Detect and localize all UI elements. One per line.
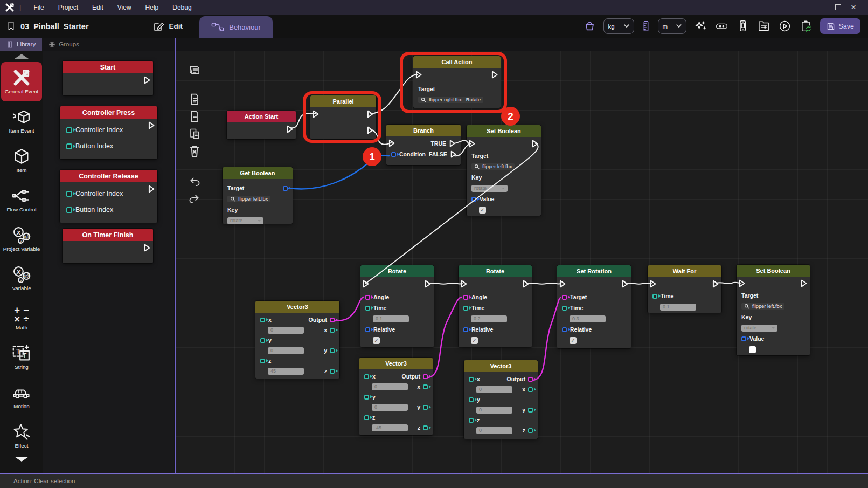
target-search-field[interactable]: flipper left.fbx xyxy=(227,196,270,202)
value-field[interactable]: 0 xyxy=(268,327,304,334)
port-magenta[interactable] xyxy=(562,295,567,300)
node-start[interactable]: Start xyxy=(63,61,153,95)
sidebar-item-general-event[interactable]: General Event xyxy=(1,62,42,101)
checkbox[interactable]: ✓ xyxy=(570,337,577,344)
exec-out-arrow[interactable] xyxy=(143,76,151,84)
port-teal[interactable] xyxy=(66,127,72,133)
exec-in-arrow[interactable] xyxy=(415,71,422,79)
sidebar-item-string[interactable]: TTString xyxy=(1,338,42,377)
node-set-boolean[interactable]: Set BooleanTargetflipper left.fbxKeyrota… xyxy=(467,125,541,216)
node-branch[interactable]: BranchTRUEConditionFALSE xyxy=(386,125,461,165)
port-teal[interactable] xyxy=(364,395,369,400)
port-blue[interactable] xyxy=(365,327,370,332)
port-magenta[interactable] xyxy=(528,377,533,382)
port-teal[interactable] xyxy=(260,338,265,343)
value-field[interactable]: 0 xyxy=(372,383,408,390)
scroll-up-icon[interactable] xyxy=(15,54,29,59)
docplus-icon[interactable] xyxy=(188,93,201,106)
port-blue[interactable] xyxy=(391,152,396,157)
port-teal[interactable] xyxy=(423,425,428,430)
redo-icon[interactable] xyxy=(188,193,201,205)
value-field[interactable]: 0.1 xyxy=(373,315,409,322)
value-field[interactable]: -45 xyxy=(372,424,408,431)
port-teal[interactable] xyxy=(365,306,370,311)
exec-in-arrow[interactable] xyxy=(468,140,476,148)
exec-out-arrow[interactable] xyxy=(148,185,155,193)
exec-in-arrow[interactable] xyxy=(649,280,657,288)
node-set-rotation[interactable]: Set RotationTargetTime0.3Relative✓ xyxy=(557,265,631,348)
port-teal[interactable] xyxy=(364,374,369,379)
length-unit-select[interactable]: m xyxy=(658,18,686,34)
target-search-field[interactable]: flipper left.fbx xyxy=(471,163,515,170)
sidebar-item-item-event[interactable]: Item Event xyxy=(1,101,42,141)
node-get-boolean[interactable]: Get BooleanTargetflipper left.fbxKeyrota… xyxy=(223,167,293,224)
sidebar-item-math[interactable]: +−×÷Math xyxy=(1,298,42,338)
maximize-button[interactable] xyxy=(835,4,841,10)
node-vector3[interactable]: Vector3xOutput0xy0yz0z xyxy=(464,360,538,439)
value-field[interactable]: 0 xyxy=(372,404,408,411)
target-search-field[interactable]: flipper left.fbx xyxy=(741,303,784,310)
port-teal[interactable] xyxy=(463,306,468,311)
node-rotate[interactable]: RotateAngleTime0.1Relative✓ xyxy=(360,265,434,347)
port-teal[interactable] xyxy=(330,328,335,333)
checkbox[interactable] xyxy=(749,346,756,353)
exec-out-arrow[interactable] xyxy=(800,279,808,287)
filetree-icon[interactable] xyxy=(758,20,770,32)
port-teal[interactable] xyxy=(469,377,474,382)
exec-in-arrow[interactable] xyxy=(362,280,370,288)
sidebar-item-motion[interactable]: Motion xyxy=(1,377,42,416)
port-magenta[interactable] xyxy=(423,374,428,379)
checkbox[interactable]: ✓ xyxy=(373,337,380,344)
key-dropdown[interactable]: rotate xyxy=(471,185,508,192)
exec-out-arrow[interactable] xyxy=(491,71,498,79)
port-teal[interactable] xyxy=(469,397,474,402)
target-search-field[interactable]: flipper right.fbx : Rotate xyxy=(418,97,483,103)
sidebar-item-variable[interactable]: x@yVariable xyxy=(1,259,42,298)
edit-button[interactable]: Edit xyxy=(152,20,183,32)
node-wait-for[interactable]: Wait ForTime0.1 xyxy=(648,265,721,313)
tab-library[interactable]: Library xyxy=(0,38,42,51)
exec-in-arrow[interactable] xyxy=(388,139,395,147)
sidebar-item-effect[interactable]: Effect xyxy=(1,416,42,456)
exec-out-arrow[interactable] xyxy=(531,140,539,148)
value-field[interactable]: 0 xyxy=(476,427,512,434)
node-vector3[interactable]: Vector3xOutput0xy0yz45z xyxy=(255,301,339,379)
node-vector3[interactable]: Vector3xOutput0xy0yz-45z xyxy=(359,358,433,435)
undo-icon[interactable] xyxy=(188,175,201,188)
node-controller-press[interactable]: Controller PressController IndexButton I… xyxy=(60,106,157,159)
port-teal[interactable] xyxy=(330,348,335,353)
mass-unit-select[interactable]: kg xyxy=(603,18,634,34)
checkbox[interactable]: ✓ xyxy=(479,207,486,214)
play-icon[interactable] xyxy=(779,20,791,32)
paste-icon[interactable] xyxy=(188,127,201,140)
exec-out-arrow[interactable] xyxy=(712,280,719,288)
node-controller-release[interactable]: Controller ReleaseController IndexButton… xyxy=(60,170,157,223)
value-field[interactable]: 0.2 xyxy=(471,315,507,322)
sidebar-item-project-variable[interactable]: x@yProject Variable xyxy=(1,219,42,259)
port-teal[interactable] xyxy=(528,428,533,433)
port-magenta[interactable] xyxy=(330,318,335,322)
menu-edit[interactable]: Edit xyxy=(85,2,110,13)
docminus-icon[interactable] xyxy=(188,110,201,123)
key-dropdown[interactable]: rotate xyxy=(227,217,263,224)
port-teal[interactable] xyxy=(528,408,533,413)
node-set-boolean[interactable]: Set BooleanTargetflipper left.fbxKeyrota… xyxy=(737,265,810,355)
port-magenta[interactable] xyxy=(365,295,370,300)
port-teal[interactable] xyxy=(652,294,657,299)
port-teal[interactable] xyxy=(260,318,265,322)
port-teal[interactable] xyxy=(66,207,72,213)
tab-behaviour[interactable]: Behaviour xyxy=(199,16,273,38)
port-blue[interactable] xyxy=(562,327,567,332)
node-parallel[interactable]: Parallel xyxy=(310,95,376,139)
exec-in-arrow[interactable] xyxy=(460,280,468,288)
trash-icon[interactable] xyxy=(188,145,201,157)
port-teal[interactable] xyxy=(66,143,72,149)
exec-out-arrow[interactable] xyxy=(449,140,456,147)
node-action-start[interactable]: Action Start xyxy=(227,111,296,139)
exec-out-arrow[interactable] xyxy=(366,110,374,118)
port-teal[interactable] xyxy=(423,384,428,389)
exec-out-arrow[interactable] xyxy=(366,126,374,134)
node-on-timer-finish[interactable]: On Timer Finish xyxy=(63,229,153,263)
port-teal[interactable] xyxy=(423,405,428,410)
port-teal[interactable] xyxy=(260,359,265,363)
